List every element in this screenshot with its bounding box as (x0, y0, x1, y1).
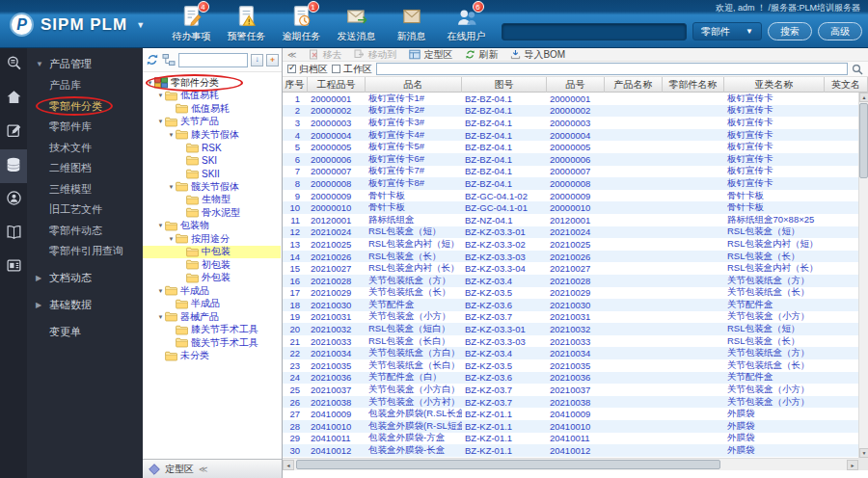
work-zone-checkbox[interactable] (332, 65, 340, 73)
tree-node-3[interactable]: ▼关节产品 (143, 116, 281, 129)
header-tool-online-users[interactable]: 6在线用户 (439, 5, 494, 43)
tree-node-21[interactable]: 未分类 (143, 350, 281, 363)
tree-node-10[interactable]: 骨水泥型 (143, 206, 281, 220)
scroll-down-icon[interactable]: ▼ (859, 448, 868, 458)
table-row[interactable]: 1220210024RSL包装盒（短）BZ-KZ-03.3-0120210024… (283, 226, 858, 239)
menu-item-1[interactable]: 产品库 (27, 75, 143, 96)
tree-expanded-icon[interactable]: ▼ (167, 184, 176, 190)
import-bom-button[interactable]: 导入BOM (510, 48, 565, 62)
tree-node-12[interactable]: ▼按用途分 (143, 232, 281, 246)
app-logo[interactable]: P SIPM PLM ▼ (10, 13, 145, 37)
rail-item-panel[interactable] (0, 251, 27, 284)
vertical-scroll-thumb[interactable] (859, 103, 868, 178)
table-row[interactable]: 1720210029关节包装纸盒（长）BZ-KZ-03.520210029关节包… (283, 287, 858, 300)
refresh-button[interactable]: 刷新 (465, 48, 498, 62)
menu-item-9[interactable]: 零部件引用查询 (27, 241, 143, 262)
table-row[interactable]: 620000006板钉宣传卡6#BZ-BZ-04.120000006板钉宣传卡 (283, 153, 858, 166)
tree-expanded-icon[interactable]: ▼ (156, 223, 165, 228)
menu-item-5[interactable]: 二维图档 (27, 158, 143, 179)
tree-node-9[interactable]: 生物型 (143, 194, 281, 207)
menu-item-7[interactable]: 旧工艺文件 (27, 199, 143, 221)
tree-add-button[interactable]: ＋ (266, 54, 279, 66)
menu-item-2[interactable]: 零部件分类 (27, 96, 143, 118)
search-button[interactable]: 搜索 (768, 22, 812, 40)
table-row[interactable]: 2020210032RSL包装盒（短白）BZ-KZ-03.3-012021003… (283, 323, 858, 335)
tree-node-11[interactable]: ▼包装物 (143, 220, 281, 233)
table-row[interactable]: 2620210038关节包装盒（小方衬）BZ-KZ-03.720210038关节… (283, 396, 858, 409)
menu-group-0[interactable]: ▼产品管理 (27, 53, 143, 75)
tree-node-6[interactable]: SKI (143, 154, 281, 168)
column-header-7[interactable]: 亚类名称 (724, 77, 825, 93)
search-category-select[interactable]: 零部件 ▼ (692, 22, 762, 40)
tree-node-2[interactable]: 低值易耗 (143, 102, 281, 116)
tree-node-4[interactable]: ▼膝关节假体 (143, 128, 281, 142)
tree-expanded-icon[interactable]: ▼ (167, 236, 176, 242)
column-header-2[interactable]: 品名 (366, 77, 462, 93)
footer-collapse-icon[interactable]: ≪ (199, 465, 207, 474)
tree-node-15[interactable]: 外包装 (143, 272, 281, 285)
table-row[interactable]: 2720410009包装盒外膜袋(R.SL长盒)BZ-KZ-01.1204100… (283, 408, 858, 420)
header-tool-alert-task[interactable]: 预警任务 (219, 5, 274, 43)
tree-node-0[interactable]: ▼零部件分类 (143, 76, 281, 90)
rail-item-bom-search[interactable] (0, 48, 27, 82)
tree-node-1[interactable]: ▼低值易耗 (143, 90, 281, 103)
archive-zone-checkbox[interactable] (287, 65, 296, 73)
table-row[interactable]: 1520210027RSL包装盒内衬（长）BZ-KZ-03.3-04202100… (283, 262, 858, 275)
column-header-4[interactable]: 品号 (547, 77, 605, 93)
rail-item-database[interactable] (0, 149, 27, 183)
tree-footer-bar[interactable]: 定型区 ≪ (143, 459, 282, 478)
tree-expanded-icon[interactable]: ▼ (156, 119, 165, 124)
table-row[interactable]: 520000005板钉宣传卡5#BZ-BZ-04.120000005板钉宣传卡 (283, 141, 858, 153)
tree-search-next-button[interactable]: ↓ (251, 54, 263, 66)
global-search-input[interactable] (502, 23, 687, 40)
header-tool-new-message[interactable]: 新消息 (384, 5, 439, 43)
table-row[interactable]: 2920410011包装盒外膜袋-方盒BZ-KZ-01.120410011外膜袋 (283, 433, 858, 445)
table-row[interactable]: 2220210034关节包装纸盒（方白）BZ-KZ-03.420210034关节… (283, 347, 858, 359)
tree-expanded-icon[interactable]: ▼ (156, 288, 165, 294)
table-row[interactable]: 1920210031关节包装盒（小方）BZ-KZ-03.720210031关节包… (283, 311, 858, 324)
table-row[interactable]: 1420210026RSL包装盒（长）BZ-KZ-03.3-0320210026… (283, 251, 858, 263)
table-row[interactable]: 1020000010骨针卡板BZ-GC-04.1-0120000010骨针卡板 (283, 201, 858, 214)
scroll-left-icon[interactable]: ◄ (283, 460, 294, 470)
tree-node-17[interactable]: 半成品 (143, 298, 281, 311)
tree-node-20[interactable]: 髋关节手术工具 (143, 336, 281, 350)
logo-caret-down-icon[interactable]: ▼ (136, 20, 145, 30)
tree-node-8[interactable]: ▼髋关节假体 (143, 180, 281, 194)
table-row[interactable]: 320000003板钉宣传卡3#BZ-BZ-04.120000003板钉宣传卡 (283, 117, 858, 129)
table-row[interactable]: 420000004板钉宣传卡4#BZ-BZ-04.120000004板钉宣传卡 (283, 129, 858, 142)
rail-item-support[interactable] (0, 183, 27, 217)
table-row[interactable]: 1620210028关节包装纸盒（方）BZ-KZ-03.420210028关节包… (283, 275, 858, 287)
work-zone-checkbox-group[interactable]: 工作区 (332, 63, 372, 76)
rail-item-home[interactable] (0, 82, 27, 116)
table-row[interactable]: 220000002板钉宣传卡2#BZ-BZ-04.120000002板钉宣传卡 (283, 105, 858, 118)
column-header-3[interactable]: 图号 (462, 77, 547, 93)
tree-node-13[interactable]: 中包装 (143, 246, 281, 259)
header-tool-send-message[interactable]: 发送消息 (329, 5, 384, 43)
table-row[interactable]: 2420210036关节配件盒（白）BZ-KZ-03.620210036关节配件… (283, 372, 858, 385)
tree-hierarchy-icon[interactable] (162, 53, 176, 66)
menu-item-4[interactable]: 技术文件 (27, 138, 143, 159)
advanced-search-button[interactable]: 高级 (818, 22, 862, 40)
menu-group-11[interactable]: ▶基础数据 (27, 294, 143, 316)
tree-node-18[interactable]: ▼器械产品 (143, 310, 281, 324)
menu-item-6[interactable]: 三维模型 (27, 179, 143, 200)
header-tool-todo[interactable]: 4待办事项 (164, 5, 219, 43)
horizontal-scrollbar[interactable]: ◄ ► (283, 458, 858, 470)
tree-node-5[interactable]: RSK (143, 142, 281, 155)
menu-group-10[interactable]: ▶文档动态 (27, 267, 143, 289)
move-to-button[interactable]: 移动到 (354, 48, 396, 62)
column-header-1[interactable]: 工程品号 (308, 77, 366, 93)
menu-group-12[interactable]: 变更单 (27, 321, 143, 343)
rail-item-book[interactable] (0, 217, 27, 251)
rail-item-edit[interactable] (0, 116, 27, 149)
table-row[interactable]: 720000007板钉宣传卡7#BZ-BZ-04.120000007板钉宣传卡 (283, 166, 858, 178)
column-header-5[interactable]: 产品名称 (605, 77, 663, 93)
table-row[interactable]: 1320210025RSL包装盒内衬（短）BZ-KZ-03.3-02202100… (283, 238, 858, 251)
tree-node-16[interactable]: ▼半成品 (143, 284, 281, 298)
table-row[interactable]: 3020410012包装盒外膜袋-长盒BZ-KZ-01.120410012外膜袋 (283, 444, 858, 457)
column-header-0[interactable]: 序号 (283, 77, 308, 93)
table-row[interactable]: 2320210035关节包装纸盒（长白）BZ-KZ-03.520210035关节… (283, 359, 858, 372)
scroll-up-icon[interactable]: ▲ (859, 93, 868, 102)
column-header-6[interactable]: 零部件名称 (663, 77, 724, 93)
tree-expanded-icon[interactable]: ▼ (167, 132, 176, 138)
